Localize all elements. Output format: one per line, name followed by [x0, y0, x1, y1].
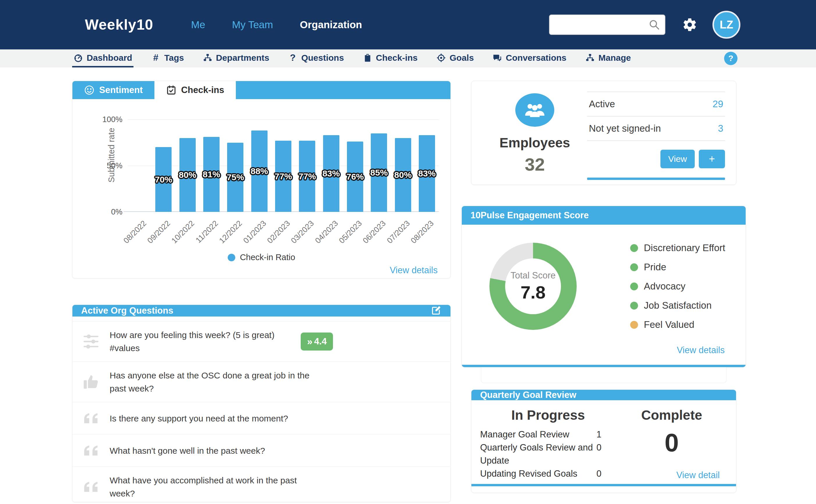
goal-row-label: Updating Revised Goals [480, 467, 597, 480]
employees-group-icon [524, 99, 546, 121]
quarterly-goal-review-card: Quarterly Goal Review In Progress Manage… [471, 389, 736, 493]
top-nav-me[interactable]: Me [191, 19, 205, 31]
secondary-nav: Dashboard#TagsDepartments?QuestionsCheck… [0, 49, 816, 67]
tab-sentiment[interactable]: Sentiment [72, 81, 154, 99]
view-employees-button[interactable]: View [660, 150, 695, 168]
pulse-card-title: 10Pulse Engagement Score [471, 210, 589, 221]
x-axis-label: 08/2022 [128, 215, 151, 252]
bar-value-label: 85% [370, 168, 387, 178]
bar-value-label: 75% [226, 172, 244, 182]
chart-legend-item[interactable]: Check-in Ratio [72, 253, 451, 262]
questions-list: How are you feeling this week? (5 is gre… [72, 321, 451, 502]
question-line: What have you accomplished at work in th… [110, 474, 319, 500]
y-tick-50: 50% [107, 161, 122, 170]
questions-card-title: Active Org Questions [81, 305, 173, 316]
employees-total: 32 [525, 154, 545, 175]
subnav-item-dashboard[interactable]: Dashboard [72, 49, 133, 67]
goal-progress-row: Updating Revised Goals0 [480, 467, 616, 480]
chart-plot-area: 70%80%81%75%88%77%77%83%76%85%80%83% [128, 119, 439, 212]
checkins-icon [362, 53, 372, 63]
goal-card-footer [472, 486, 736, 493]
employees-stat-row[interactable]: Active29 [587, 92, 725, 117]
bar-value-label: 83% [418, 169, 436, 178]
bar-value-label: 88% [251, 166, 268, 176]
thumbs-up-icon [72, 373, 110, 391]
goal-row-value: 0 [597, 441, 614, 467]
y-tick-0: 0% [111, 208, 122, 217]
subnav-item-departments[interactable]: Departments [201, 49, 270, 67]
top-nav-organization[interactable]: Organization [300, 19, 362, 31]
question-line: Is there any support you need at the mom… [110, 412, 288, 425]
help-icon[interactable]: ? [724, 52, 738, 65]
question-list-item[interactable]: Has anyone else at the OSC done a great … [72, 362, 451, 402]
subnav-item-questions[interactable]: ?Questions [287, 49, 345, 67]
check-ins-label: Check-ins [376, 53, 418, 63]
active-org-questions-card: Active Org Questions How are you feeling… [72, 305, 451, 502]
question-list-item[interactable]: How are you feeling this week? (5 is gre… [72, 321, 451, 362]
chart-column: 81% [199, 119, 223, 212]
chart-view-details-link[interactable]: View details [390, 265, 438, 275]
double-chevron-icon: » [307, 336, 312, 347]
search-box [549, 15, 665, 35]
x-axis-label: 11/2022 [199, 215, 223, 252]
chart-column: 83% [319, 119, 343, 212]
question-score-badge[interactable]: »4.4 [301, 333, 333, 351]
add-employee-button[interactable]: + [699, 150, 725, 168]
in-progress-heading: In Progress [480, 407, 616, 423]
question-list-item[interactable]: What hasn't gone well in the past week? [72, 435, 451, 467]
legend-dot [630, 302, 638, 310]
pulse-scroll-indicator[interactable] [462, 365, 746, 367]
quote-icon [72, 409, 110, 427]
goal-scroll-indicator[interactable] [472, 484, 736, 486]
question-score-value: 4.4 [314, 336, 326, 347]
subnav-item-check-ins[interactable]: Check-ins [361, 49, 419, 67]
top-navbar: Weekly10 MeMy TeamOrganization LZ [0, 0, 816, 49]
legend-label: Check-in Ratio [240, 253, 295, 262]
goals-label: Goals [450, 53, 474, 63]
pulse-legend-label: Feel Valued [644, 319, 694, 330]
dashboard-label: Dashboard [87, 53, 132, 63]
legend-dot [630, 263, 638, 271]
question-text: How are you feeling this week? (5 is gre… [110, 328, 274, 355]
search-icon[interactable] [649, 19, 660, 31]
employees-stat-row[interactable]: Not yet signed-in3 [587, 117, 725, 141]
question-text: What have you accomplished at work in th… [110, 474, 319, 500]
top-nav-my-team[interactable]: My Team [232, 19, 273, 31]
pulse-card-header: 10Pulse Engagement Score [462, 206, 746, 225]
goal-view-detail-link[interactable]: View detail [676, 470, 720, 480]
subnav-item-manage[interactable]: Manage [584, 49, 632, 67]
chart-column: 88% [247, 119, 271, 212]
goal-complete-section: Complete 0 View detail [616, 405, 728, 480]
pulse-card-footer [481, 367, 726, 383]
chart-column: 75% [223, 119, 247, 212]
y-axis-title: Submitted rate [107, 128, 116, 183]
edit-questions-icon[interactable] [430, 305, 442, 317]
chart-column: 77% [295, 119, 319, 212]
gear-icon[interactable] [682, 17, 697, 32]
tab-check-ins[interactable]: Check-ins [154, 81, 236, 99]
goal-row-value: 1 [597, 428, 614, 441]
employees-card: Employees 32 Active29Not yet signed-in3 … [471, 81, 736, 185]
subnav-item-conversations[interactable]: Conversations [491, 49, 567, 67]
question-line: What hasn't gone well in the past week? [110, 444, 265, 457]
employees-scroll-indicator[interactable] [587, 178, 725, 180]
bar-value-label: 80% [394, 170, 412, 180]
avatar[interactable]: LZ [713, 11, 740, 39]
subnav-item-goals[interactable]: Goals [435, 49, 475, 67]
subnav-item-tags[interactable]: #Tags [150, 49, 185, 67]
employees-stat-value: 3 [718, 123, 723, 134]
search-input[interactable] [549, 15, 665, 35]
chart-column: 70% [151, 119, 175, 212]
weekly10-logo: Weekly10 [85, 16, 153, 33]
x-axis-label: 05/2023 [343, 215, 367, 252]
legend-dot [630, 244, 638, 252]
goal-in-progress-section: In Progress Manager Goal Review1Quarterl… [480, 405, 616, 480]
pulse-view-details-link[interactable]: View details [677, 345, 725, 355]
x-axis-label: 10/2022 [176, 215, 199, 252]
question-list-item[interactable]: Is there any support you need at the mom… [72, 402, 451, 435]
question-list-item[interactable]: What have you accomplished at work in th… [72, 467, 451, 502]
tags-label: Tags [164, 53, 184, 63]
employees-icon-circle [515, 93, 554, 127]
question-text: Is there any support you need at the mom… [110, 412, 288, 425]
complete-heading: Complete [641, 407, 702, 423]
